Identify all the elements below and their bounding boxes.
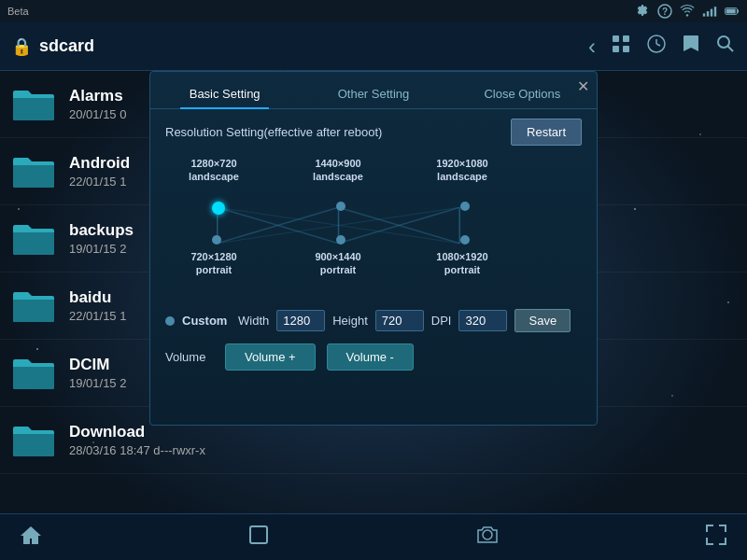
status-icons: ? [635, 4, 740, 19]
file-info: DCIM 19/01/15 2 [69, 356, 126, 390]
search-button[interactable] [715, 34, 736, 59]
res-dot-1440l[interactable] [336, 202, 345, 211]
back-button[interactable]: ‹ [588, 34, 596, 60]
res-label-1080p[interactable]: 1080×1920portrait [425, 250, 500, 277]
volume-plus-button[interactable]: Volume + [225, 343, 316, 371]
help-icon[interactable]: ? [657, 4, 672, 19]
file-name: Download [69, 423, 205, 441]
battery-icon [725, 4, 740, 19]
home-button[interactable] [19, 524, 43, 552]
grid-button[interactable] [611, 34, 631, 59]
file-info: baidu 22/01/15 1 [69, 288, 126, 323]
svg-line-28 [656, 44, 660, 46]
height-input[interactable] [375, 310, 424, 331]
expand-button[interactable] [704, 523, 728, 553]
file-name: backups [69, 221, 134, 240]
resolution-label: Resolution Setting(effective after reboo… [165, 125, 382, 139]
res-dot-1280l[interactable] [212, 202, 225, 215]
dpi-label: DPI [431, 314, 452, 328]
res-label-720p[interactable]: 720×1280portrait [176, 250, 251, 277]
nav-buttons: ‹ [588, 34, 736, 60]
screenshot-button[interactable] [475, 524, 500, 552]
clock-button[interactable] [646, 34, 667, 59]
res-dot-1920l[interactable] [460, 202, 470, 211]
resolution-header: Resolution Setting(effective after reboo… [165, 119, 582, 146]
res-dot-1080p[interactable] [460, 235, 470, 245]
svg-rect-22 [613, 35, 619, 42]
modal-body: Resolution Setting(effective after reboo… [150, 109, 597, 380]
svg-point-41 [483, 530, 492, 539]
svg-rect-3 [707, 11, 709, 17]
svg-rect-7 [726, 9, 736, 14]
settings-icon[interactable] [635, 4, 650, 19]
svg-rect-23 [623, 35, 629, 42]
file-meta: 22/01/15 1 [69, 175, 130, 189]
custom-dot [165, 316, 175, 326]
tab-basic-setting[interactable]: Basic Setting [150, 79, 299, 108]
status-label: Beta [7, 6, 29, 17]
folder-icon [11, 152, 56, 191]
file-info: Android 22/01/15 1 [69, 154, 130, 189]
tab-other-setting[interactable]: Other Setting [299, 79, 447, 108]
svg-rect-8 [738, 9, 739, 12]
custom-row: Custom Width Height DPI Save [165, 309, 582, 332]
svg-rect-40 [250, 526, 267, 543]
res-dot-900p[interactable] [336, 235, 345, 245]
tab-close-options[interactable]: Close Options [448, 79, 597, 108]
bottom-bar [0, 513, 747, 560]
width-input[interactable] [276, 310, 325, 331]
save-button[interactable]: Save [514, 309, 571, 332]
volume-label: Volume [165, 350, 214, 364]
nav-bar: 🔒 sdcard ‹ [0, 22, 747, 71]
res-dot-720p[interactable] [212, 235, 221, 245]
wifi-icon [680, 4, 695, 19]
res-label-1440l[interactable]: 1440×900landscape [301, 157, 375, 184]
folder-icon [11, 287, 56, 326]
modal-dialog: ✕ Basic Setting Other Setting Close Opti… [149, 71, 598, 426]
file-meta: 19/01/15 2 [69, 376, 126, 390]
svg-text:?: ? [662, 7, 668, 17]
svg-rect-25 [623, 46, 629, 52]
svg-rect-2 [703, 13, 705, 16]
file-name: Alarms [69, 87, 126, 105]
folder-icon [11, 219, 56, 259]
svg-point-29 [718, 36, 729, 48]
folder-icon [11, 85, 56, 124]
file-info: backups 19/01/15 2 [69, 221, 134, 256]
svg-rect-5 [714, 7, 716, 16]
signal-icon [702, 4, 717, 19]
file-meta: 22/01/15 1 [69, 309, 126, 323]
res-label-1280l[interactable]: 1280×720landscape [176, 157, 251, 184]
status-bar: Beta ? [0, 0, 747, 22]
file-name: Android [69, 154, 130, 173]
res-label-1920l[interactable]: 1920×1080landscape [425, 157, 500, 184]
file-meta: 19/01/15 2 [69, 242, 134, 256]
dpi-input[interactable] [458, 310, 507, 331]
folder-icon [11, 421, 56, 460]
lock-icon: 🔒 [11, 36, 32, 57]
bookmark-button[interactable] [682, 34, 700, 59]
file-meta: 28/03/16 18:47 d---rwxr-x [69, 443, 205, 457]
file-info: Alarms 20/01/15 0 [69, 87, 126, 121]
volume-minus-button[interactable]: Volume - [327, 343, 414, 371]
svg-rect-24 [613, 46, 619, 52]
file-info: Download 28/03/16 18:47 d---rwxr-x [69, 423, 205, 457]
modal-tabs: Basic Setting Other Setting Close Option… [150, 72, 597, 109]
height-label: Height [332, 314, 368, 328]
custom-label: Custom [182, 314, 231, 328]
width-label: Width [238, 314, 269, 328]
res-label-900p[interactable]: 900×1440portrait [301, 250, 375, 277]
svg-rect-4 [711, 9, 712, 17]
recent-apps-button[interactable] [247, 524, 270, 552]
restart-button[interactable]: Restart [511, 119, 582, 146]
folder-icon [11, 354, 56, 393]
resolution-grid: 1280×720landscape 1440×900landscape 1920… [165, 157, 582, 301]
file-name: DCIM [69, 356, 126, 374]
volume-row: Volume Volume + Volume - [165, 343, 582, 371]
svg-line-30 [728, 47, 734, 52]
file-meta: 20/01/15 0 [69, 107, 126, 121]
path-text: sdcard [39, 36, 588, 56]
file-name: baidu [69, 288, 126, 307]
